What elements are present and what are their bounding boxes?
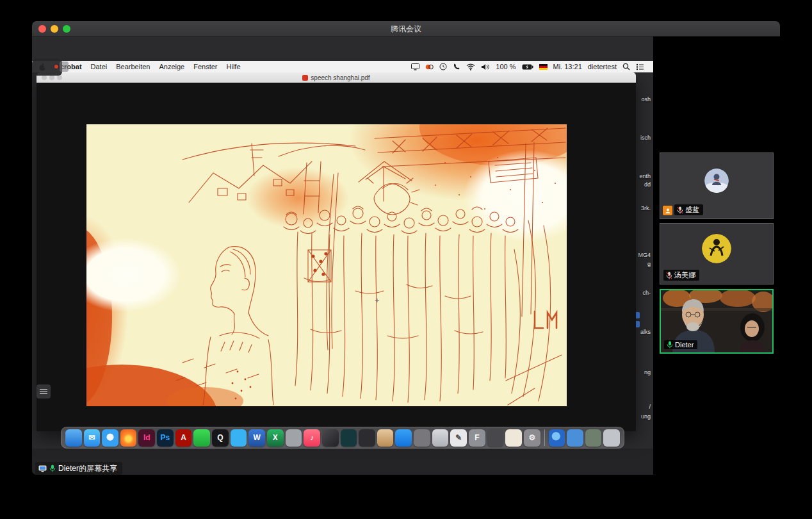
menubar-clock[interactable]: Mi. 13:21: [553, 63, 582, 70]
dock-cloud-app-icon[interactable]: [231, 429, 247, 447]
dock-screen-sharing-icon[interactable]: [585, 429, 602, 447]
dock-safari-icon[interactable]: [102, 429, 118, 447]
participant-name-label: 盛蓝: [674, 204, 703, 215]
menu-anzeige[interactable]: Anzeige: [159, 63, 184, 70]
mic-muted-icon: [677, 206, 683, 214]
monitor-icon: [38, 465, 47, 472]
dock-finale-icon[interactable]: F: [469, 429, 485, 447]
dock-messages-icon[interactable]: ✉: [84, 429, 101, 447]
volume-icon[interactable]: [481, 63, 490, 70]
dock-design-tool-icon[interactable]: ✎: [450, 429, 467, 447]
mic-active-icon: [667, 341, 673, 349]
mic-muted-icon: [666, 272, 672, 279]
pdf-window: speech shanghai.pdf: [37, 72, 636, 431]
dock-qq-icon[interactable]: Q: [212, 429, 229, 447]
dock-word-icon[interactable]: W: [248, 429, 265, 447]
mac-dock: ✉IdPsAQWX♪✎F⚙: [61, 427, 624, 449]
dock-media-dark-icon[interactable]: [341, 429, 357, 447]
pdf-minimize-button[interactable]: [49, 75, 54, 80]
mic-active-icon: [49, 465, 56, 472]
window-title: 腾讯会议: [32, 21, 780, 37]
record-dot-icon: [54, 65, 58, 69]
spotlight-search-icon[interactable]: [622, 63, 630, 70]
time-machine-icon[interactable]: [439, 63, 447, 70]
meeting-status-icon[interactable]: [425, 63, 434, 70]
dock-divider: [544, 429, 545, 446]
phone-icon[interactable]: [453, 63, 460, 70]
menubar-account[interactable]: dietertest: [588, 63, 617, 70]
dock-network-tool-icon[interactable]: [567, 429, 583, 447]
pdf-file-icon: [302, 75, 308, 81]
meeting-window: 腾讯会议 oshischenthdd3rk.MG4gch-alksng/ung …: [32, 21, 780, 475]
meeting-titlebar: 腾讯会议: [32, 21, 780, 37]
pointer-overlay-fragment: [60, 62, 69, 72]
notification-center-icon[interactable]: [636, 63, 644, 70]
dock-facetime-icon[interactable]: [395, 429, 412, 447]
dock-firefox-icon[interactable]: [120, 429, 137, 447]
screen-share-banner: Dieter的屏幕共享: [35, 462, 122, 475]
keyboard-layout-flag-de[interactable]: [539, 64, 548, 70]
dock-utilities-icon[interactable]: [286, 429, 302, 447]
dock-web-browser-icon[interactable]: [549, 429, 565, 447]
menu-hilfe[interactable]: Hilfe: [227, 63, 241, 70]
pdf-close-button[interactable]: [42, 75, 47, 80]
pdf-titlebar: speech shanghai.pdf: [37, 72, 636, 83]
dock-excel-icon[interactable]: X: [267, 429, 284, 447]
participant-name-label: Dieter: [664, 340, 697, 349]
dock-printer-icon[interactable]: [487, 429, 504, 447]
annotation-tools-button[interactable]: [37, 384, 51, 399]
dock-trash-icon[interactable]: [603, 429, 620, 447]
share-banner-text: Dieter的屏幕共享: [58, 463, 117, 474]
dock-quicktime-icon[interactable]: [359, 429, 375, 447]
participant-tile-shenglan[interactable]: 盛蓝: [660, 152, 774, 219]
pdf-zoom-button[interactable]: [57, 75, 62, 80]
dock-photoshop-icon[interactable]: Ps: [157, 429, 174, 447]
host-badge-icon: [663, 206, 672, 215]
wifi-icon[interactable]: [466, 63, 475, 70]
avatar: [704, 169, 729, 193]
dock-system-preferences-icon[interactable]: ⚙: [524, 429, 540, 447]
dock-garageband-icon[interactable]: [322, 429, 339, 447]
battery-icon: [522, 64, 533, 70]
avatar: [702, 234, 731, 263]
dock-indesign-icon[interactable]: Id: [138, 429, 155, 447]
mac-menubar: Acrobat Datei Bearbeiten Anzeige Fenster…: [32, 61, 653, 72]
pointer-overlay: [32, 59, 62, 76]
participant-tile-dieter-active[interactable]: Dieter: [660, 289, 774, 354]
shanghai-illustration: [86, 124, 567, 406]
dock-paint-app-icon[interactable]: [505, 429, 522, 447]
dock-music-icon[interactable]: ♪: [304, 429, 320, 447]
screen: 腾讯会议 oshischenthdd3rk.MG4gch-alksng/ung …: [0, 0, 812, 519]
dock-acrobat-icon[interactable]: A: [175, 429, 192, 447]
mouse-cursor: +: [375, 295, 380, 305]
pdf-content: [37, 83, 636, 431]
menu-datei[interactable]: Datei: [91, 63, 108, 70]
dock-screenshot-app-icon[interactable]: [414, 429, 430, 447]
list-icon: [40, 389, 47, 394]
dock-finder-icon[interactable]: [65, 429, 82, 447]
dock-wechat-icon[interactable]: [193, 429, 210, 447]
battery-percent: 100 %: [496, 63, 516, 70]
meeting-bottom-strip: [32, 449, 653, 475]
menu-bearbeiten[interactable]: Bearbeiten: [116, 63, 150, 70]
dock-files-icon[interactable]: [377, 429, 394, 447]
dock-harddrive-icon[interactable]: [432, 429, 449, 447]
participant-name-label: 汤美娜: [663, 270, 699, 281]
menu-fenster[interactable]: Fenster: [193, 63, 217, 70]
participant-tile-tangmeina[interactable]: 汤美娜: [660, 223, 774, 284]
pdf-title: speech shanghai.pdf: [311, 74, 369, 81]
display-menu-icon[interactable]: [411, 63, 419, 70]
